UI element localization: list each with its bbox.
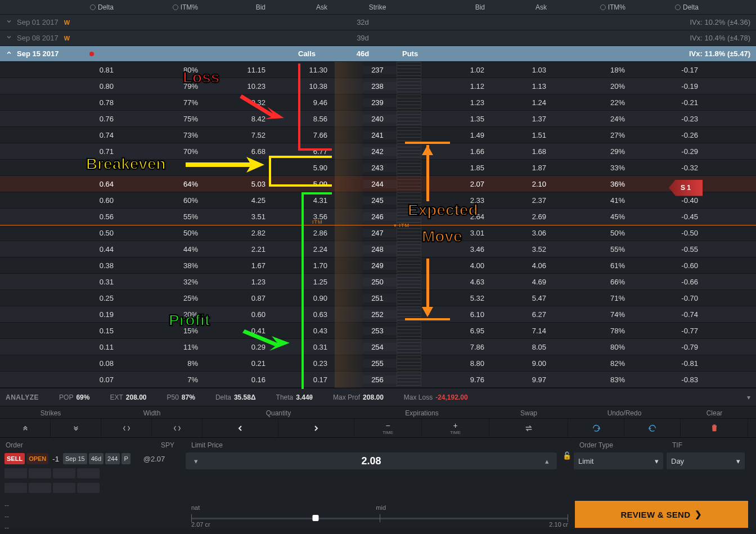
chain-row[interactable]: 0.64 64% 5.03 5.09 244 2.07 2.10 36% -0.… — [0, 176, 756, 192]
put-itm[interactable]: 24% — [551, 115, 629, 123]
put-itm[interactable]: 61% — [551, 261, 629, 270]
strike-value[interactable]: 239 — [363, 98, 397, 107]
chain-row[interactable]: 5.90 243 1.85 1.87 33% -0.32 — [0, 160, 756, 176]
put-bid[interactable]: 6.10 — [421, 310, 489, 319]
put-ask[interactable]: 2.69 — [489, 212, 551, 221]
put-delta[interactable]: -0.36S 1 — [629, 180, 703, 188]
strike-value[interactable]: 249 — [363, 261, 397, 270]
put-delta[interactable]: -0.29 — [629, 147, 703, 156]
call-delta[interactable]: 0.71 — [0, 147, 118, 156]
put-ask[interactable]: 6.27 — [489, 310, 551, 319]
strike-value[interactable]: 250 — [363, 278, 397, 286]
call-bid[interactable]: 0.41 — [202, 327, 270, 335]
call-bid[interactable]: 0.16 — [202, 375, 270, 384]
call-ask[interactable]: 6.77 — [270, 147, 332, 156]
width-narrow-button[interactable] — [101, 419, 152, 437]
put-bid[interactable]: 4.63 — [421, 278, 489, 286]
expiration-row[interactable]: Sep 15 2017 Calls 46d Puts IVx: 11.8% (±… — [0, 46, 756, 62]
call-itm[interactable]: 55% — [118, 212, 202, 221]
call-bid[interactable]: 10.23 — [202, 82, 270, 90]
strike-value[interactable]: 245 — [363, 196, 397, 205]
put-bid[interactable]: 3.01 — [421, 229, 489, 237]
chain-row[interactable]: 0.15 15% 0.41 0.43 253 6.95 7.14 78% -0.… — [0, 323, 756, 339]
put-bid[interactable]: 1.02 — [421, 66, 489, 74]
call-ask[interactable]: 0.63 — [270, 310, 332, 319]
redo-button[interactable] — [624, 419, 681, 437]
review-send-button[interactable]: REVIEW & SEND❯ — [575, 501, 748, 528]
put-ask[interactable]: 1.87 — [489, 164, 551, 172]
call-delta[interactable]: 0.11 — [0, 343, 118, 351]
call-bid[interactable]: 2.82 — [202, 229, 270, 237]
call-ask[interactable]: 7.66 — [270, 131, 332, 139]
side-pill[interactable]: SELL — [4, 453, 25, 464]
put-bid[interactable]: 2.33 — [421, 196, 489, 205]
chain-row[interactable]: 0.25 25% 0.87 0.90 251 5.32 5.47 71% -0.… — [0, 290, 756, 306]
put-ask[interactable]: 1.51 — [489, 131, 551, 139]
strike-value[interactable]: 241 — [363, 131, 397, 139]
empty-leg[interactable] — [29, 483, 51, 493]
put-itm[interactable]: 66% — [551, 278, 629, 286]
chain-row[interactable]: 0.50 50% 2.82 2.86 247 3.01 3.06 50% -0.… — [0, 225, 756, 241]
empty-leg[interactable] — [29, 468, 51, 478]
put-delta[interactable]: -0.21 — [629, 98, 703, 107]
call-delta[interactable]: 0.60 — [0, 196, 118, 205]
put-delta[interactable]: -0.79 — [629, 343, 703, 351]
chain-row[interactable]: 0.07 7% 0.16 0.17 256 9.76 9.97 83% -0.8… — [0, 372, 756, 388]
call-itm[interactable]: 8% — [118, 359, 202, 368]
call-itm[interactable]: 73% — [118, 131, 202, 139]
put-itm[interactable]: 41% — [551, 196, 629, 205]
put-itm[interactable]: 83% — [551, 375, 629, 384]
strike-value[interactable]: 252 — [363, 310, 397, 319]
chain-row[interactable]: 0.76 75% 8.42 8.56 240 1.35 1.37 24% -0.… — [0, 111, 756, 127]
qty-down-button[interactable] — [202, 419, 278, 437]
call-delta[interactable]: 0.78 — [0, 98, 118, 107]
col-ask-puts[interactable]: Ask — [489, 3, 551, 11]
call-ask[interactable]: 0.17 — [270, 375, 332, 384]
put-bid[interactable]: 3.46 — [421, 245, 489, 254]
call-delta[interactable]: 0.50 — [0, 229, 118, 237]
call-delta[interactable]: 0.31 — [0, 278, 118, 286]
put-delta[interactable]: -0.55 — [629, 245, 703, 254]
call-ask[interactable]: 10.38 — [270, 82, 332, 90]
call-ask[interactable]: 1.70 — [270, 261, 332, 270]
put-ask[interactable]: 1.24 — [489, 98, 551, 107]
call-delta[interactable]: 0.64 — [0, 180, 118, 188]
call-delta[interactable]: 0.56 — [0, 212, 118, 221]
call-itm[interactable]: 77% — [118, 98, 202, 107]
leg-dte[interactable]: 46d — [89, 453, 104, 464]
put-itm[interactable]: 22% — [551, 98, 629, 107]
put-ask[interactable]: 1.13 — [489, 82, 551, 90]
call-ask[interactable]: 0.23 — [270, 359, 332, 368]
call-ask[interactable]: 3.56 — [270, 212, 332, 221]
put-bid[interactable]: 7.86 — [421, 343, 489, 351]
strike-value[interactable]: 253 — [363, 327, 397, 335]
put-itm[interactable]: 78% — [551, 327, 629, 335]
col-delta-puts[interactable]: Delta — [630, 3, 703, 11]
leg-cp[interactable]: P — [122, 453, 130, 464]
put-delta[interactable]: -0.19 — [629, 82, 703, 90]
put-bid[interactable]: 1.23 — [421, 98, 489, 107]
put-ask[interactable]: 2.37 — [489, 196, 551, 205]
put-bid[interactable]: 2.07 — [421, 180, 489, 188]
leg-strike[interactable]: 244 — [105, 453, 120, 464]
call-bid[interactable]: 3.51 — [202, 212, 270, 221]
chain-row[interactable]: 0.78 77% 9.32 9.46 239 1.23 1.24 22% -0.… — [0, 94, 756, 111]
call-bid[interactable]: 1.23 — [202, 278, 270, 286]
chain-row[interactable]: 0.38 38% 1.67 1.70 249 4.00 4.06 61% -0.… — [0, 257, 756, 274]
call-bid[interactable]: 2.21 — [202, 245, 270, 254]
put-ask[interactable]: 9.00 — [489, 359, 551, 368]
put-delta[interactable]: -0.26 — [629, 131, 703, 139]
strike-value[interactable]: 255 — [363, 359, 397, 368]
chain-row[interactable]: 0.31 32% 1.23 1.25 250 4.63 4.69 66% -0.… — [0, 274, 756, 290]
strike-value[interactable]: 254 — [363, 343, 397, 351]
call-delta[interactable]: 0.15 — [0, 327, 118, 335]
call-delta[interactable]: 0.76 — [0, 115, 118, 123]
put-delta[interactable]: -0.83 — [629, 375, 703, 384]
call-itm[interactable]: 60% — [118, 196, 202, 205]
call-bid[interactable]: 9.32 — [202, 98, 270, 107]
put-itm[interactable]: 55% — [551, 245, 629, 254]
qty-value[interactable]: -1 — [50, 455, 61, 463]
call-bid[interactable]: 0.60 — [202, 310, 270, 319]
strike-value[interactable]: 242 — [363, 147, 397, 156]
put-itm[interactable]: 18% — [551, 66, 629, 74]
